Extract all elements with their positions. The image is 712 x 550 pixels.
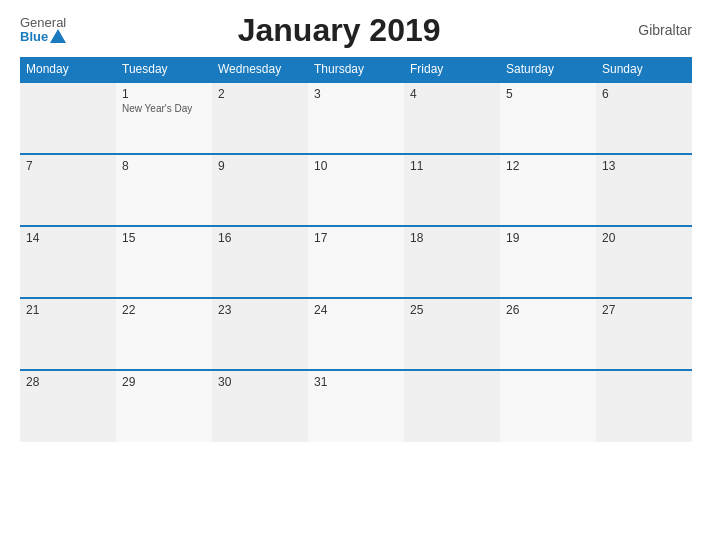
day-number: 11 xyxy=(410,159,494,173)
calendar-cell: 31 xyxy=(308,370,404,442)
calendar-cell: 3 xyxy=(308,82,404,154)
calendar-cell: 26 xyxy=(500,298,596,370)
day-number: 20 xyxy=(602,231,686,245)
day-number: 22 xyxy=(122,303,206,317)
calendar-title: January 2019 xyxy=(66,12,612,49)
day-number: 30 xyxy=(218,375,302,389)
day-number: 4 xyxy=(410,87,494,101)
day-number: 19 xyxy=(506,231,590,245)
weekday-header-friday: Friday xyxy=(404,57,500,82)
day-number: 6 xyxy=(602,87,686,101)
day-number: 27 xyxy=(602,303,686,317)
day-number: 25 xyxy=(410,303,494,317)
calendar-cell: 30 xyxy=(212,370,308,442)
calendar-cell: 19 xyxy=(500,226,596,298)
day-number: 3 xyxy=(314,87,398,101)
day-number: 12 xyxy=(506,159,590,173)
calendar-cell: 9 xyxy=(212,154,308,226)
day-number: 5 xyxy=(506,87,590,101)
calendar-table: MondayTuesdayWednesdayThursdayFridaySatu… xyxy=(20,57,692,442)
calendar-cell: 16 xyxy=(212,226,308,298)
day-number: 21 xyxy=(26,303,110,317)
calendar-cell: 27 xyxy=(596,298,692,370)
day-number: 15 xyxy=(122,231,206,245)
calendar-cell: 13 xyxy=(596,154,692,226)
weekday-header-row: MondayTuesdayWednesdayThursdayFridaySatu… xyxy=(20,57,692,82)
day-number: 9 xyxy=(218,159,302,173)
calendar-cell: 21 xyxy=(20,298,116,370)
day-number: 26 xyxy=(506,303,590,317)
day-number: 8 xyxy=(122,159,206,173)
day-number: 1 xyxy=(122,87,206,101)
logo-triangle-icon xyxy=(50,29,66,43)
calendar-cell: 14 xyxy=(20,226,116,298)
week-row-3: 14151617181920 xyxy=(20,226,692,298)
week-row-1: 1New Year's Day23456 xyxy=(20,82,692,154)
day-number: 18 xyxy=(410,231,494,245)
day-number: 7 xyxy=(26,159,110,173)
calendar-cell: 25 xyxy=(404,298,500,370)
week-row-4: 21222324252627 xyxy=(20,298,692,370)
day-number: 2 xyxy=(218,87,302,101)
calendar-cell: 28 xyxy=(20,370,116,442)
calendar-cell: 1New Year's Day xyxy=(116,82,212,154)
calendar-cell: 7 xyxy=(20,154,116,226)
weekday-header-tuesday: Tuesday xyxy=(116,57,212,82)
day-number: 16 xyxy=(218,231,302,245)
day-number: 13 xyxy=(602,159,686,173)
weekday-header-saturday: Saturday xyxy=(500,57,596,82)
day-number: 14 xyxy=(26,231,110,245)
calendar-cell: 22 xyxy=(116,298,212,370)
logo: General Blue xyxy=(20,16,66,44)
weekday-header-wednesday: Wednesday xyxy=(212,57,308,82)
logo-blue-text: Blue xyxy=(20,30,48,43)
day-number: 24 xyxy=(314,303,398,317)
calendar-cell xyxy=(500,370,596,442)
calendar-page: General Blue January 2019 Gibraltar Mond… xyxy=(0,0,712,550)
calendar-header: General Blue January 2019 Gibraltar xyxy=(20,16,692,49)
calendar-cell: 23 xyxy=(212,298,308,370)
day-number: 28 xyxy=(26,375,110,389)
weekday-header-monday: Monday xyxy=(20,57,116,82)
calendar-cell: 24 xyxy=(308,298,404,370)
calendar-cell xyxy=(404,370,500,442)
calendar-cell: 2 xyxy=(212,82,308,154)
region-label: Gibraltar xyxy=(612,22,692,38)
calendar-cell: 10 xyxy=(308,154,404,226)
calendar-cell xyxy=(596,370,692,442)
day-number: 31 xyxy=(314,375,398,389)
calendar-cell: 18 xyxy=(404,226,500,298)
calendar-cell: 20 xyxy=(596,226,692,298)
calendar-cell: 29 xyxy=(116,370,212,442)
calendar-cell: 12 xyxy=(500,154,596,226)
calendar-cell: 11 xyxy=(404,154,500,226)
day-number: 17 xyxy=(314,231,398,245)
calendar-cell: 17 xyxy=(308,226,404,298)
day-number: 10 xyxy=(314,159,398,173)
week-row-5: 28293031 xyxy=(20,370,692,442)
day-number: 23 xyxy=(218,303,302,317)
week-row-2: 78910111213 xyxy=(20,154,692,226)
weekday-header-thursday: Thursday xyxy=(308,57,404,82)
holiday-label: New Year's Day xyxy=(122,103,206,114)
logo-general-text: General xyxy=(20,16,66,29)
day-number: 29 xyxy=(122,375,206,389)
calendar-cell: 8 xyxy=(116,154,212,226)
calendar-cell: 6 xyxy=(596,82,692,154)
calendar-cell: 5 xyxy=(500,82,596,154)
calendar-cell xyxy=(20,82,116,154)
calendar-cell: 15 xyxy=(116,226,212,298)
calendar-cell: 4 xyxy=(404,82,500,154)
weekday-header-sunday: Sunday xyxy=(596,57,692,82)
